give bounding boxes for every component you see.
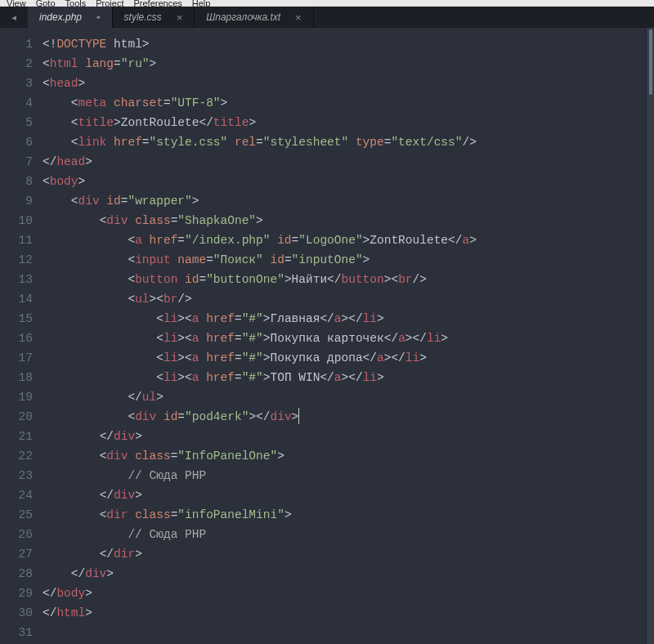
code-line[interactable]: <head> [43,74,646,93]
code-line[interactable]: </head> [43,152,646,172]
code-line[interactable]: <link href="style.css" rel="stylesheet" … [43,132,646,152]
code-line[interactable]: <a href="/index.php" id="LogoOne">ZontRo… [43,230,646,250]
tab-bar: ◂ index.php•style.css×Шпаргалочка.txt× [0,7,654,28]
tab-dropdown-icon[interactable]: ◂ [0,7,28,28]
code-line[interactable]: <div class="ShapkaOne"> [43,211,646,230]
line-number: 4 [0,93,33,113]
line-number: 23 [0,466,33,485]
line-number: 2 [0,54,33,74]
line-number: 7 [0,152,33,172]
code-line[interactable]: <li><a href="#">Главная</a></li> [43,309,646,329]
menu-item[interactable]: Project [96,0,123,7]
line-number: 18 [0,368,33,387]
line-number: 5 [0,113,33,132]
line-number: 9 [0,191,33,211]
tab-style-css[interactable]: style.css× [113,7,195,28]
tab-label: Шпаргалочка.txt [206,11,280,23]
code-line[interactable]: <ul><br/> [43,289,646,309]
close-icon[interactable]: × [295,11,302,24]
code-line[interactable]: <li><a href="#">Покупка карточек</a></li… [43,329,646,348]
code-line[interactable]: <div class="InfoPanelOne"> [43,446,646,466]
code-line[interactable]: // Сюда PHP [43,525,646,544]
minimap-scrollbar[interactable] [646,28,654,644]
code-line[interactable]: </div> [43,427,646,446]
line-number: 11 [0,230,33,250]
text-cursor [298,408,299,424]
menu-item[interactable]: Goto [36,0,56,7]
line-number: 21 [0,427,33,446]
line-number: 13 [0,270,33,289]
code-line[interactable]: <title>ZontRoulete</title> [43,113,646,132]
line-number: 14 [0,289,33,309]
line-number-gutter: 1234567891011121314151617181920212223242… [0,28,43,644]
code-line[interactable]: <!DOCTYPE html> [43,34,646,54]
line-number: 30 [0,603,33,623]
code-line[interactable]: <body> [43,172,646,191]
line-number: 15 [0,309,33,329]
code-line[interactable]: </body> [43,584,646,603]
code-line[interactable]: </div> [43,564,646,584]
code-line[interactable]: <input name="Поиск" id="inputOne"> [43,250,646,270]
line-number: 31 [0,623,33,642]
line-number: 24 [0,485,33,505]
minimap-thumb[interactable] [649,29,652,95]
line-number: 19 [0,387,33,407]
tab--txt[interactable]: Шпаргалочка.txt× [195,7,313,28]
code-line[interactable]: <button id="buttonOne">Найти</button><br… [43,270,646,289]
menu-item[interactable]: Tools [65,0,87,7]
line-number: 25 [0,505,33,525]
code-line[interactable]: </div> [43,485,646,505]
line-number: 10 [0,211,33,230]
tab-label: index.php [39,11,82,23]
line-number: 1 [0,34,33,54]
code-line[interactable]: <meta charset="UTF-8"> [43,93,646,113]
line-number: 12 [0,250,33,270]
code-line[interactable]: // Сюда PHP [43,466,646,485]
tab-index-php[interactable]: index.php• [28,7,113,28]
code-line[interactable]: <html lang="ru"> [43,54,646,74]
line-number: 26 [0,525,33,544]
tab-label: style.css [124,11,162,23]
line-number: 29 [0,584,33,603]
line-number: 8 [0,172,33,191]
menu-item[interactable]: Preferences [133,0,181,7]
code-line[interactable]: </html> [43,603,646,623]
code-line[interactable]: <li><a href="#">ТОП WIN</a></li> [43,368,646,387]
close-icon[interactable]: × [177,11,183,24]
code-line[interactable]: <div id="pod4erk"></div> [43,407,646,427]
code-line[interactable] [43,623,646,642]
line-number: 3 [0,74,33,93]
modified-dot-icon: • [96,11,101,24]
line-number: 17 [0,348,33,368]
line-number: 6 [0,132,33,152]
menubar[interactable]: View Goto Tools Project Preferences Help [0,0,654,7]
menu-item[interactable]: View [7,0,26,7]
menu-item[interactable]: Help [192,0,211,7]
line-number: 20 [0,407,33,427]
code-area[interactable]: <!DOCTYPE html><html lang="ru"><head> <m… [43,28,646,644]
code-line[interactable]: </ul> [43,387,646,407]
line-number: 22 [0,446,33,466]
code-line[interactable]: <dir class="infoPanelMini"> [43,505,646,525]
line-number: 28 [0,564,33,584]
line-number: 16 [0,329,33,348]
code-line[interactable]: <li><a href="#">Покупка дропа</a></li> [43,348,646,368]
code-line[interactable]: </dir> [43,544,646,564]
code-editor[interactable]: 1234567891011121314151617181920212223242… [0,28,654,644]
code-line[interactable]: <div id="wrapper"> [43,191,646,211]
line-number: 27 [0,544,33,564]
